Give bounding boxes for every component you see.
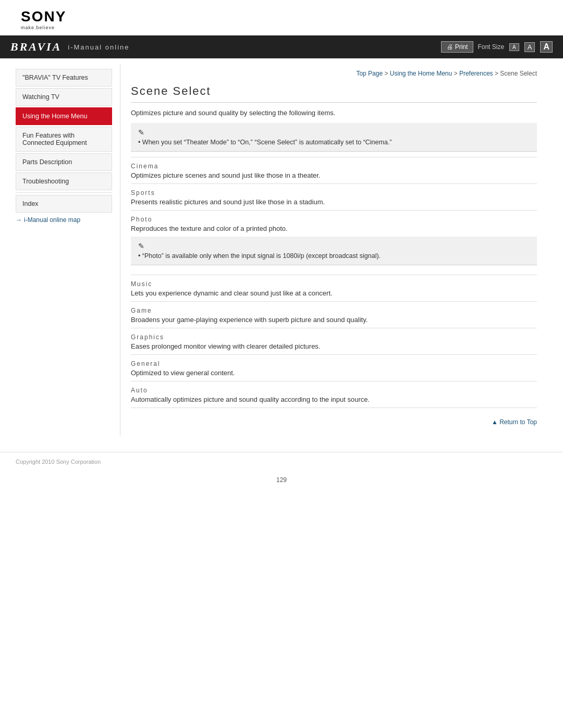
sidebar-item-index[interactable]: Index (16, 195, 112, 213)
sidebar-item-5[interactable]: Troubleshooting (16, 172, 112, 190)
note-icon-scene-2: ✎ (138, 242, 530, 250)
nav-title: i-Manual online (68, 43, 129, 51)
breadcrumb-home-menu[interactable]: Using the Home Menu (390, 70, 452, 77)
font-medium-button[interactable]: A (524, 42, 535, 52)
bravia-logo: BRAVIA (10, 40, 62, 54)
arrow-right-icon: → (16, 216, 22, 224)
note-icon-1: ✎ (138, 128, 530, 137)
imanual-map-link[interactable]: → i-Manual online map (16, 214, 112, 226)
sony-tagline: make.believe (21, 25, 542, 30)
breadcrumb-sep3: > (495, 70, 500, 77)
nav-left: BRAVIA i-Manual online (10, 40, 129, 54)
note-text-scene-2: • “Photo” is available only when the inp… (138, 252, 530, 260)
scene-label-5: Graphics (131, 334, 537, 341)
footer: Copyright 2010 Sony Corporation (0, 452, 563, 471)
sidebar-item-3[interactable]: Fun Features with Connected Equipment (16, 127, 112, 152)
scene-item-2: PhotoReproduces the texture and color of… (131, 210, 537, 275)
scene-desc-7: Automatically optimizes picture and soun… (131, 396, 537, 403)
page-description: Optimizes picture and sound quality by s… (131, 109, 537, 117)
scene-desc-0: Optimizes picture scenes and sound just … (131, 171, 537, 179)
scene-item-1: SportsPresents realistic pictures and so… (131, 183, 537, 210)
scene-item-4: GameBroadens your game-playing experienc… (131, 301, 537, 328)
nav-bar: BRAVIA i-Manual online 🖨 Print Font Size… (0, 35, 563, 58)
scene-label-0: Cinema (131, 163, 537, 170)
logo-bar: SONY make.believe (0, 0, 563, 35)
scene-note-2: ✎• “Photo” is available only when the in… (131, 237, 537, 265)
breadcrumb-current: Scene Select (500, 70, 537, 77)
copyright: Copyright 2010 Sony Corporation (16, 459, 101, 465)
print-icon: 🖨 (447, 43, 453, 51)
return-top-link[interactable]: ▲ Return to Top (492, 418, 537, 426)
nav-right: 🖨 Print Font Size A A A (441, 41, 553, 53)
scene-label-3: Music (131, 280, 537, 288)
scene-item-7: AutoAutomatically optimizes picture and … (131, 381, 537, 408)
page-title: Scene Select (131, 84, 537, 103)
scene-label-6: General (131, 360, 537, 367)
sony-logo: SONY (21, 9, 542, 24)
font-small-button[interactable]: A (509, 43, 519, 51)
sidebar-nav: "BRAVIA" TV FeaturesWatching TVUsing the… (16, 69, 112, 190)
scene-label-7: Auto (131, 387, 537, 394)
scene-item-5: GraphicsEases prolonged monitor viewing … (131, 328, 537, 354)
content-area: Top Page > Using the Home Menu > Prefere… (120, 64, 547, 436)
breadcrumb-top[interactable]: Top Page (356, 70, 383, 77)
scene-list: CinemaOptimizes picture scenes and sound… (131, 157, 537, 408)
font-large-button[interactable]: A (540, 41, 553, 53)
sidebar-item-2[interactable]: Using the Home Menu (16, 107, 112, 125)
scene-desc-1: Presents realistic pictures and sound ju… (131, 198, 537, 206)
main-container: "BRAVIA" TV FeaturesWatching TVUsing the… (0, 58, 563, 436)
sidebar: "BRAVIA" TV FeaturesWatching TVUsing the… (16, 58, 120, 436)
scene-item-6: GeneralOptimized to view general content… (131, 354, 537, 381)
sidebar-divider (16, 192, 112, 193)
breadcrumb-sep1: > (384, 70, 389, 77)
font-size-label: Font Size (478, 43, 504, 51)
breadcrumb-sep2: > (454, 70, 459, 77)
breadcrumb-preferences[interactable]: Preferences (459, 70, 493, 77)
scene-label-4: Game (131, 307, 537, 314)
scene-desc-6: Optimized to view general content. (131, 369, 537, 377)
scene-desc-4: Broadens your game-playing experience wi… (131, 316, 537, 324)
scene-desc-3: Lets you experience dynamic and clear so… (131, 289, 537, 297)
scene-desc-5: Eases prolonged monitor viewing with cle… (131, 342, 537, 350)
print-label: Print (455, 43, 468, 51)
return-to-top[interactable]: ▲ Return to Top (131, 418, 537, 426)
print-button[interactable]: 🖨 Print (441, 41, 474, 53)
page-number: 129 (0, 476, 563, 484)
scene-item-3: MusicLets you experience dynamic and cle… (131, 275, 537, 301)
scene-item-0: CinemaOptimizes picture scenes and sound… (131, 157, 537, 183)
sidebar-item-4[interactable]: Parts Description (16, 153, 112, 171)
scene-label-1: Sports (131, 189, 537, 196)
breadcrumb: Top Page > Using the Home Menu > Prefere… (131, 70, 537, 77)
sidebar-item-0[interactable]: "BRAVIA" TV Features (16, 69, 112, 87)
note-text-1: • When you set “Theater Mode” to “On,” “… (138, 139, 530, 146)
scene-label-2: Photo (131, 216, 537, 223)
sidebar-item-1[interactable]: Watching TV (16, 88, 112, 106)
note-box-1: ✎ • When you set “Theater Mode” to “On,”… (131, 123, 537, 152)
imanual-map-label: i-Manual online map (24, 216, 80, 224)
scene-desc-2: Reproduces the texture and color of a pr… (131, 225, 537, 232)
